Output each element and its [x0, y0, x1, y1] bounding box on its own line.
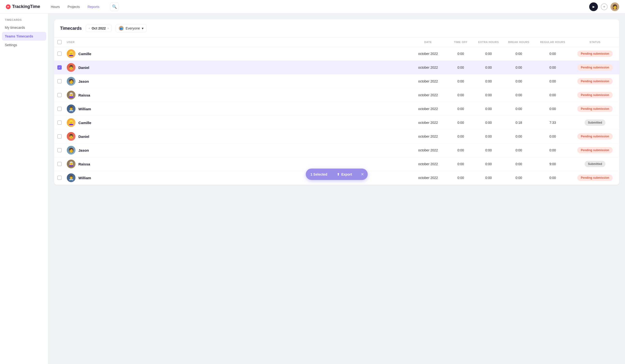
user-name: William	[78, 107, 91, 111]
time-off-cell: 0:00	[447, 93, 474, 97]
row-checkbox[interactable]	[57, 79, 62, 84]
extra-hours-cell: 0:00	[474, 79, 503, 83]
everyone-filter[interactable]: 👥 Everyone ▾	[116, 24, 147, 32]
timecards-title: Timecards	[60, 26, 82, 31]
plus-icon: +	[603, 5, 605, 9]
select-all-checkbox[interactable]	[57, 40, 62, 44]
row-checkbox[interactable]	[57, 148, 62, 152]
user-avatar-cell: 👨‍💼	[67, 173, 75, 182]
regular-hours-cell: 7:33	[534, 121, 571, 124]
row-checkbox[interactable]	[57, 107, 62, 111]
regular-hours-cell: 9:00	[534, 162, 571, 166]
row-checkbox[interactable]	[57, 93, 62, 97]
col-date: DATE	[409, 41, 447, 44]
nav-hours[interactable]: Hours	[48, 3, 63, 11]
status-badge: Pending submission	[577, 64, 612, 71]
table-row[interactable]: 👱‍♀️ Camille october 2022 0:00 0:00 0:18…	[54, 116, 619, 130]
table-row[interactable]: 🧑 Jason october 2022 0:00 0:00 0:00 0:00…	[54, 143, 619, 157]
date-cell: october 2022	[409, 107, 447, 111]
close-selection-button[interactable]: ✕	[357, 169, 368, 180]
topbar: TrackingTime Hours Projects Reports 🔍 ▶ …	[0, 0, 625, 14]
row-checkbox[interactable]	[57, 134, 62, 139]
time-off-cell: 0:00	[447, 52, 474, 56]
nav: Hours Projects Reports	[48, 3, 102, 11]
table-body: 👱‍♀️ Camille october 2022 0:00 0:00 0:00…	[54, 47, 619, 185]
col-regular-hours: REGULAR HOURS	[534, 41, 571, 44]
month-nav[interactable]: ‹ Oct 2022 ›	[86, 25, 112, 32]
date-cell: october 2022	[409, 79, 447, 83]
date-cell: october 2022	[409, 134, 447, 138]
status-badge: Submitted	[585, 161, 606, 167]
row-checkbox[interactable]	[57, 121, 62, 125]
nav-projects[interactable]: Projects	[64, 3, 83, 11]
table-row[interactable]: 👨‍💼 William october 2022 0:00 0:00 0:00 …	[54, 102, 619, 116]
extra-hours-cell: 0:00	[474, 148, 503, 152]
row-checkbox-cell	[54, 107, 65, 111]
date-cell: october 2022	[409, 52, 447, 56]
time-off-cell: 0:00	[447, 176, 474, 180]
table-row[interactable]: 👱‍♀️ Camille october 2022 0:00 0:00 0:00…	[54, 47, 619, 61]
table-row[interactable]: 👨 Daniel october 2022 0:00 0:00 0:00 0:0…	[54, 130, 619, 143]
sidebar-item-my-timecards[interactable]: My timecards	[0, 23, 48, 32]
header-checkbox-cell	[54, 40, 65, 44]
logo-icon	[6, 4, 11, 9]
regular-hours-cell: 0:00	[534, 52, 571, 56]
user-avatar[interactable]: 👩	[610, 2, 619, 11]
col-extra-hours: EXTRA HOURS	[474, 41, 503, 44]
export-icon: ⬆	[337, 172, 340, 176]
table-header: USER DATE TIME OFF EXTRA HOURS BREAK HOU…	[54, 37, 619, 47]
user-cell: 👨 Daniel	[65, 132, 409, 141]
user-name: Camille	[78, 121, 91, 125]
sidebar: TIMECARDS My timecards Teams Timecards S…	[0, 14, 48, 364]
row-checkbox[interactable]	[57, 162, 62, 166]
status-cell: Submitted	[571, 161, 619, 167]
table-row[interactable]: 🧑 Jason october 2022 0:00 0:00 0:00 0:00…	[54, 74, 619, 88]
user-avatar-cell: 👩‍🦳	[67, 160, 75, 168]
extra-hours-cell: 0:00	[474, 134, 503, 138]
status-cell: Pending submission	[571, 78, 619, 84]
month-label: Oct 2022	[92, 26, 106, 30]
user-name: Jason	[78, 79, 89, 84]
user-avatar-cell: 👨‍💼	[67, 104, 75, 113]
prev-month-arrow[interactable]: ‹	[89, 27, 90, 30]
sidebar-item-settings[interactable]: Settings	[0, 41, 48, 49]
status-badge: Pending submission	[577, 175, 612, 181]
time-off-cell: 0:00	[447, 162, 474, 166]
date-cell: october 2022	[409, 176, 447, 180]
row-checkbox-cell	[54, 121, 65, 125]
status-cell: Pending submission	[571, 51, 619, 57]
table-row[interactable]: 👨 Daniel october 2022 0:00 0:00 0:00 0:0…	[54, 61, 619, 74]
date-cell: october 2022	[409, 121, 447, 124]
time-off-cell: 0:00	[447, 65, 474, 69]
next-month-arrow[interactable]: ›	[108, 27, 109, 30]
col-user: USER	[65, 41, 409, 44]
break-hours-cell: 0:00	[503, 79, 534, 83]
play-button[interactable]: ▶	[589, 2, 598, 11]
export-button[interactable]: ⬆ Export	[332, 169, 357, 180]
regular-hours-cell: 0:00	[534, 79, 571, 83]
add-button[interactable]: +	[601, 3, 608, 10]
date-cell: october 2022	[409, 148, 447, 152]
user-cell: 🧑 Jason	[65, 77, 409, 86]
status-badge: Pending submission	[577, 147, 612, 153]
logo: TrackingTime	[6, 4, 40, 9]
search-button[interactable]: 🔍	[110, 2, 119, 11]
row-checkbox[interactable]	[57, 52, 62, 56]
user-avatar-cell: 👨	[67, 132, 75, 141]
date-cell: october 2022	[409, 162, 447, 166]
col-break-hours: BREAK HOURS	[503, 41, 534, 44]
status-badge: Pending submission	[577, 106, 612, 112]
user-name: Daniel	[78, 134, 89, 139]
nav-reports[interactable]: Reports	[85, 3, 102, 11]
break-hours-cell: 0:00	[503, 162, 534, 166]
user-avatar-cell: 👱‍♀️	[67, 49, 75, 58]
search-icon: 🔍	[112, 4, 117, 9]
row-checkbox-cell	[54, 79, 65, 84]
row-checkbox[interactable]	[57, 176, 62, 180]
row-checkbox[interactable]	[57, 65, 62, 70]
sidebar-item-teams-timecards[interactable]: Teams Timecards	[2, 32, 46, 41]
row-checkbox-cell	[54, 148, 65, 152]
regular-hours-cell: 0:00	[534, 176, 571, 180]
table-row[interactable]: 👩‍🦳 Raissa october 2022 0:00 0:00 0:00 0…	[54, 88, 619, 102]
main: TIMECARDS My timecards Teams Timecards S…	[0, 14, 625, 364]
